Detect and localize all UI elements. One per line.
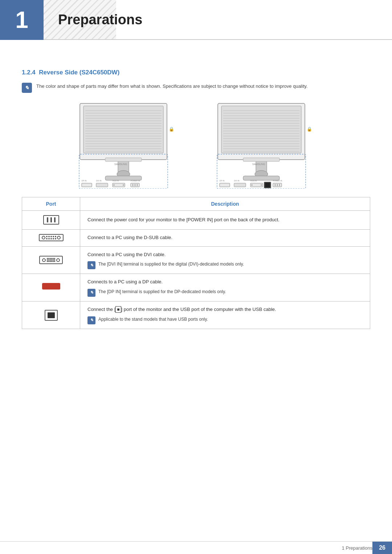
usb-inner-block — [48, 312, 55, 318]
chapter-number: 1 — [0, 0, 44, 40]
dvi-note-icon: ✎ — [87, 261, 95, 269]
port-cell-power — [22, 211, 80, 230]
power-port-icon — [43, 215, 59, 225]
usb-note: ✎ Applicable to the stand models that ha… — [87, 316, 363, 324]
dsub-circle-left — [42, 236, 45, 239]
svg-point-34 — [123, 184, 124, 186]
note-box: ✎ The color and shape of parts may diffe… — [22, 83, 370, 93]
svg-text:SAMSUNG: SAMSUNG — [114, 163, 127, 165]
dvi-note-text: The [DVI IN] terminal is supplied for th… — [98, 261, 244, 267]
dvi-circle-right — [56, 258, 60, 262]
description-cell-power: Connect the power cord for your monitor … — [80, 211, 370, 230]
monitor-diagram-right: SAMSUNG 🔒 DP IN DVI IN RGB IN — [203, 102, 327, 190]
dvi-note: ✎ The [DVI IN] terminal is supplied for … — [87, 261, 363, 269]
svg-point-74 — [251, 184, 253, 186]
note-icon: ✎ — [22, 83, 32, 93]
svg-rect-67 — [220, 183, 230, 187]
svg-text:SAMSUNG: SAMSUNG — [252, 163, 265, 165]
dvi-port-icon — [39, 256, 63, 264]
description-cell-dvi: Connect to a PC using the DVI cable. ✎ T… — [80, 246, 370, 274]
section-title: 1.2.4 Reverse Side (S24C650DW) — [22, 69, 370, 76]
dp-note: ✎ The [DP IN] terminal is supplied for t… — [87, 289, 363, 297]
table-header-port: Port — [22, 197, 80, 211]
svg-point-33 — [113, 184, 115, 186]
dvi-circle-left — [42, 258, 46, 262]
svg-rect-77 — [265, 183, 270, 187]
usb-note-text: Applicable to the stand models that have… — [98, 316, 208, 323]
note-text: The color and shape of parts may differ … — [36, 83, 307, 90]
description-cell-usb: Connect the [■] port of the monitor and … — [80, 301, 370, 329]
table-row: Connect to a PC using the DVI cable. ✎ T… — [22, 246, 370, 274]
dp-note-icon: ✎ — [87, 289, 95, 297]
diagrams-row: SAMSUNG 🔒 DP IN DVI IN RGB IN — [22, 102, 370, 190]
svg-text:DP IN: DP IN — [220, 180, 225, 182]
svg-text:🔒: 🔒 — [307, 126, 312, 132]
description-cell-dsub: Connect to a PC using the D-SUB cable. — [80, 229, 370, 246]
footer-text: 1 Preparations — [335, 542, 373, 554]
svg-rect-26 — [82, 183, 92, 187]
svg-rect-28 — [96, 183, 108, 187]
svg-text:RGB IN: RGB IN — [250, 180, 257, 182]
footer-page-number: 26 — [372, 542, 392, 554]
svg-text:POWER IN: POWER IN — [131, 180, 140, 182]
table-row: Connects to a PC using a DP cable. ✎ The… — [22, 274, 370, 301]
svg-text:POWER IN: POWER IN — [273, 180, 282, 182]
port-cell-dp — [22, 274, 80, 301]
svg-rect-63 — [243, 158, 279, 161]
dp-port-icon — [42, 283, 60, 290]
monitor-svg-left: SAMSUNG 🔒 DP IN DVI IN RGB IN — [65, 102, 181, 189]
table-row: Connect the [■] port of the monitor and … — [22, 301, 370, 329]
monitor-diagram-left: SAMSUNG 🔒 DP IN DVI IN RGB IN — [65, 102, 189, 190]
power-pin-2 — [50, 217, 52, 222]
dp-note-text: The [DP IN] terminal is supplied for the… — [98, 289, 226, 295]
dsub-pins — [46, 236, 56, 239]
svg-text:🔒: 🔒 — [169, 126, 174, 132]
svg-text:DVI IN: DVI IN — [96, 180, 102, 182]
svg-rect-22 — [105, 158, 142, 161]
port-table: Port Description Connect the power cord … — [22, 197, 370, 329]
port-cell-usb — [22, 301, 80, 329]
power-pin-1 — [47, 217, 48, 222]
table-row: Connect the power cord for your monitor … — [22, 211, 370, 230]
port-cell-dsub — [22, 229, 80, 246]
power-pin-3 — [54, 217, 56, 222]
table-row: Connect to a PC using the D-SUB cable. — [22, 229, 370, 246]
svg-point-75 — [261, 184, 262, 186]
description-cell-dp: Connects to a PC using a DP cable. ✎ The… — [80, 274, 370, 301]
dsub-circle-right — [57, 236, 61, 239]
svg-text:RGB IN: RGB IN — [113, 180, 119, 182]
dsub-port-icon — [39, 234, 64, 241]
chapter-title: Preparations — [0, 0, 392, 40]
dvi-pins — [47, 258, 55, 262]
svg-text:DVI IN: DVI IN — [234, 180, 240, 182]
port-cell-dvi — [22, 246, 80, 274]
usb-port-icon — [45, 310, 58, 321]
page-footer: 1 Preparations 26 — [0, 541, 392, 554]
usb-note-icon: ✎ — [87, 316, 95, 324]
monitor-svg-right: SAMSUNG 🔒 DP IN DVI IN RGB IN — [203, 102, 319, 189]
table-header-description: Description — [80, 197, 370, 211]
svg-rect-69 — [234, 183, 246, 187]
svg-text:DP IN: DP IN — [82, 180, 87, 182]
